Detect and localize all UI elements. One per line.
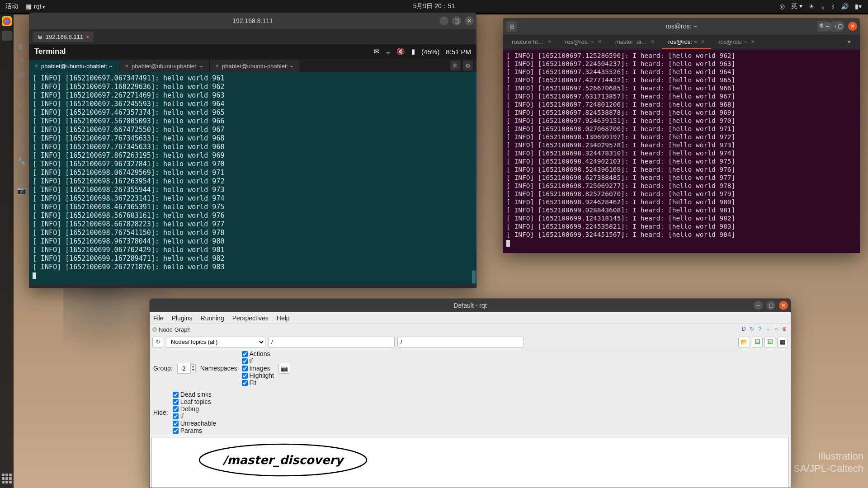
- open-icon[interactable]: 📂: [738, 337, 750, 347]
- menu-plugins[interactable]: Plugins: [172, 314, 193, 322]
- checkbox-tf[interactable]: tf: [242, 357, 274, 365]
- snapshot-icon[interactable]: 📷: [278, 363, 290, 374]
- show-applications[interactable]: [2, 474, 12, 483]
- menu-file[interactable]: File: [153, 314, 164, 322]
- wifi-icon[interactable]: ⏚: [821, 3, 825, 10]
- tab-close-icon[interactable]: ✕: [547, 39, 552, 45]
- dock-icon[interactable]: D: [740, 326, 747, 333]
- tool-scale-icon[interactable]: ◧: [17, 42, 26, 51]
- tab-dropdown-icon[interactable]: ▾: [841, 36, 857, 49]
- minimize-button[interactable]: –: [823, 22, 832, 31]
- checkbox-params[interactable]: Params: [173, 427, 216, 434]
- checkbox-fit[interactable]: Fit: [242, 379, 274, 386]
- tool-link-icon[interactable]: ⚭: [17, 215, 26, 224]
- terminal-output[interactable]: [ INFO] [1652100697.067347491]: hello wo…: [29, 72, 476, 285]
- tool-resize-icon[interactable]: ⤢: [17, 85, 26, 94]
- new-tab-button[interactable]: ⊞: [506, 21, 517, 32]
- tool-screenshot-icon[interactable]: 📷: [17, 186, 26, 195]
- expand-plugin-icon[interactable]: ○: [773, 326, 780, 333]
- tab-close-icon[interactable]: ✕: [598, 39, 602, 45]
- checkbox-unreachable[interactable]: Unreachable: [173, 420, 216, 427]
- activities-button[interactable]: 活动: [5, 2, 18, 10]
- gterm-tab[interactable]: roscore ht…✕: [505, 36, 558, 49]
- accessibility-icon[interactable]: ◎: [779, 3, 785, 10]
- tab-close-icon[interactable]: ●: [86, 33, 89, 40]
- refresh-button[interactable]: ↻: [152, 337, 163, 347]
- close-button[interactable]: ✕: [848, 22, 857, 31]
- menu-running[interactable]: Running: [201, 314, 224, 322]
- gterm-tab[interactable]: ros@ros: ~✕: [712, 36, 761, 49]
- checkbox-images[interactable]: Images: [242, 365, 274, 372]
- tool-menu-icon[interactable]: ☰: [17, 114, 26, 123]
- tab-close-icon[interactable]: ✕: [701, 39, 705, 45]
- checkbox-dead-sinks[interactable]: Dead sinks: [173, 391, 216, 398]
- tool-fullscreen-icon[interactable]: ⛶: [17, 27, 26, 36]
- gterm-tab[interactable]: ros@ros: ~✕: [559, 36, 608, 49]
- tool-settings-icon[interactable]: ⚙: [17, 143, 26, 152]
- scrollbar-thumb[interactable]: [472, 270, 476, 284]
- maximize-button[interactable]: ▢: [452, 16, 461, 25]
- clock[interactable]: 5月9日 20：51: [413, 2, 455, 10]
- close-button[interactable]: ✕: [465, 16, 474, 25]
- save-dot-icon[interactable]: 🖼: [764, 337, 775, 347]
- terminal-tab[interactable]: ✕phablet@ubuntu-phablet: ~: [29, 60, 119, 72]
- help-icon[interactable]: ?: [756, 326, 764, 333]
- minimize-button[interactable]: –: [754, 301, 763, 310]
- terminal-tab[interactable]: ✕phablet@ubuntu-phablet: ~: [210, 60, 300, 72]
- menu-help[interactable]: Help: [277, 314, 290, 322]
- reload-status-icon[interactable]: [152, 327, 157, 332]
- tool-wrench-icon[interactable]: 🔧: [17, 157, 26, 166]
- brightness-icon[interactable]: ☀: [809, 3, 815, 10]
- topic-filter-input[interactable]: [397, 337, 524, 347]
- graph-type-dropdown[interactable]: Nodes/Topics (all): [166, 337, 265, 347]
- tab-close-icon[interactable]: ✕: [651, 39, 655, 45]
- fit-icon[interactable]: ▦: [777, 337, 788, 347]
- close-plugin-icon[interactable]: ⊗: [781, 326, 788, 333]
- minimize-button[interactable]: –: [439, 16, 448, 25]
- node-filter-input[interactable]: [268, 337, 395, 347]
- bluetooth-icon[interactable]: ᛒ: [831, 3, 835, 10]
- app-menu[interactable]: ▦ rqt: [25, 3, 45, 10]
- gterm-output[interactable]: [ INFO] [1652100697.125286590]: I heard:…: [503, 50, 860, 252]
- tool-grab-icon[interactable]: ≡: [17, 56, 26, 65]
- minimize-plugin-icon[interactable]: –: [764, 326, 772, 333]
- tool-down-icon[interactable]: ⌄: [17, 201, 26, 210]
- rqt-titlebar[interactable]: Default - rqt – ▢ ✕: [150, 299, 791, 312]
- checkbox-debug[interactable]: Debug: [173, 405, 216, 413]
- mute-icon[interactable]: 🔇: [396, 47, 405, 56]
- tab-close-icon[interactable]: ✕: [34, 63, 38, 69]
- dock-app-chrome[interactable]: [2, 16, 12, 26]
- battery-icon[interactable]: ▮▾: [855, 3, 862, 10]
- tool-mail-icon[interactable]: ✉: [17, 128, 26, 137]
- tool-copy-icon[interactable]: ⎘: [17, 172, 26, 181]
- tool-multi-icon[interactable]: ▤: [17, 70, 26, 80]
- gterm-tab[interactable]: master_di…✕: [609, 36, 661, 49]
- node-graph-canvas[interactable]: /master_discovery/talker/chatter/listene…: [151, 437, 789, 488]
- wifi-strength-icon[interactable]: ⏚: [386, 48, 390, 56]
- input-language[interactable]: 英 ▾: [791, 2, 802, 10]
- copy-icon[interactable]: ⎘: [450, 61, 460, 70]
- remote-titlebar[interactable]: 192.168.8.111 – ▢ ✕: [29, 13, 476, 29]
- group-spinbox[interactable]: ▴▾: [177, 363, 196, 374]
- save-image-icon[interactable]: 🖼: [752, 337, 763, 347]
- gterm-titlebar[interactable]: ⊞ ros@ros: ~ 🔍 ≡ – ▢ ✕: [503, 18, 860, 34]
- maximize-button[interactable]: ▢: [766, 301, 775, 310]
- volume-icon[interactable]: 🔊: [841, 3, 849, 10]
- checkbox-actions[interactable]: Actions: [242, 350, 274, 357]
- close-button[interactable]: ✕: [779, 301, 788, 310]
- checkbox-tf[interactable]: tf: [173, 413, 216, 420]
- terminal-tab[interactable]: ✕phablet@ubuntu-phablet: ~: [119, 60, 210, 72]
- checkbox-leaf-topics[interactable]: Leaf topics: [173, 398, 216, 405]
- remote-tab[interactable]: 🖥 192.168.8.111 ●: [33, 32, 94, 42]
- reload-icon[interactable]: ↻: [748, 326, 755, 333]
- mail-icon[interactable]: ✉: [374, 47, 380, 56]
- settings-icon[interactable]: ⚙: [463, 61, 473, 70]
- maximize-button[interactable]: ▢: [835, 22, 844, 31]
- tool-switch-icon[interactable]: ⇄: [17, 99, 26, 108]
- tab-close-icon[interactable]: ✕: [125, 63, 129, 69]
- gterm-tab[interactable]: ros@ros: ~✕: [662, 36, 711, 49]
- battery-status-icon[interactable]: ▮: [411, 47, 415, 56]
- checkbox-highlight[interactable]: Highlight: [242, 372, 274, 379]
- tab-close-icon[interactable]: ✕: [215, 63, 219, 69]
- tab-close-icon[interactable]: ✕: [751, 39, 755, 45]
